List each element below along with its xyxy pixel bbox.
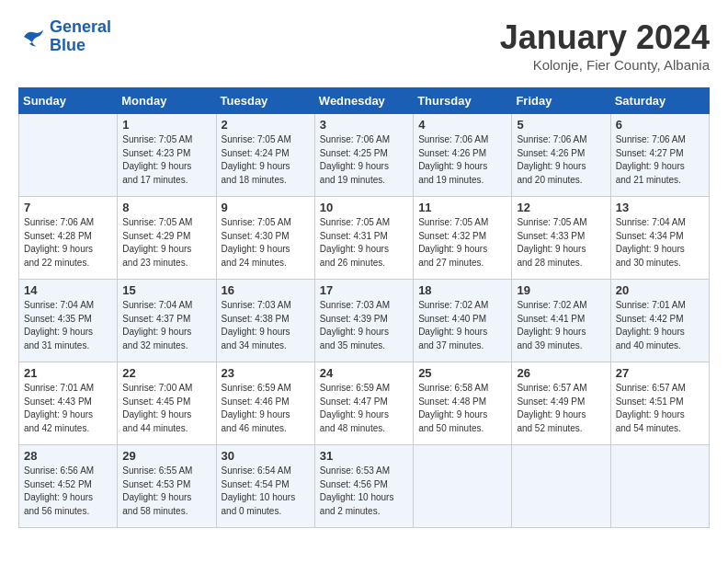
day-info: Sunrise: 7:06 AM Sunset: 4:25 PM Dayligh… — [320, 133, 408, 187]
day-number: 29 — [122, 449, 210, 463]
calendar-cell — [610, 445, 709, 528]
calendar-cell: 22Sunrise: 7:00 AM Sunset: 4:45 PM Dayli… — [118, 362, 216, 445]
page-subtitle: Kolonje, Fier County, Albania — [500, 57, 710, 73]
day-number: 1 — [122, 118, 210, 132]
calendar-cell — [19, 114, 118, 197]
day-info: Sunrise: 7:06 AM Sunset: 4:26 PM Dayligh… — [418, 133, 506, 187]
day-info: Sunrise: 6:59 AM Sunset: 4:47 PM Dayligh… — [320, 382, 408, 435]
day-number: 23 — [222, 366, 310, 380]
day-info: Sunrise: 6:56 AM Sunset: 4:52 PM Dayligh… — [24, 465, 112, 518]
calendar-cell: 29Sunrise: 6:55 AM Sunset: 4:53 PM Dayli… — [118, 445, 216, 528]
day-header-saturday: Saturday — [610, 88, 709, 114]
day-number: 27 — [616, 366, 704, 380]
days-header-row: SundayMondayTuesdayWednesdayThursdayFrid… — [19, 88, 710, 114]
day-info: Sunrise: 7:01 AM Sunset: 4:43 PM Dayligh… — [24, 382, 112, 435]
day-info: Sunrise: 7:04 AM Sunset: 4:37 PM Dayligh… — [122, 299, 210, 352]
calendar-cell: 7Sunrise: 7:06 AM Sunset: 4:28 PM Daylig… — [19, 197, 118, 280]
week-row-5: 28Sunrise: 6:56 AM Sunset: 4:52 PM Dayli… — [19, 445, 710, 528]
calendar-cell: 26Sunrise: 6:57 AM Sunset: 4:49 PM Dayli… — [512, 362, 610, 445]
day-number: 8 — [122, 201, 210, 214]
day-number: 11 — [418, 201, 506, 214]
day-info: Sunrise: 7:04 AM Sunset: 4:34 PM Dayligh… — [616, 216, 704, 270]
week-row-2: 7Sunrise: 7:06 AM Sunset: 4:28 PM Daylig… — [19, 197, 710, 280]
day-info: Sunrise: 7:05 AM Sunset: 4:30 PM Dayligh… — [222, 216, 310, 270]
day-number: 26 — [517, 366, 605, 380]
day-number: 7 — [24, 201, 112, 214]
day-info: Sunrise: 7:05 AM Sunset: 4:23 PM Dayligh… — [122, 133, 210, 187]
day-info: Sunrise: 7:05 AM Sunset: 4:24 PM Dayligh… — [222, 133, 310, 187]
day-info: Sunrise: 7:03 AM Sunset: 4:39 PM Dayligh… — [320, 299, 408, 352]
calendar-cell: 1Sunrise: 7:05 AM Sunset: 4:23 PM Daylig… — [118, 114, 216, 197]
day-number: 6 — [616, 118, 704, 132]
day-header-tuesday: Tuesday — [216, 88, 314, 114]
day-info: Sunrise: 7:01 AM Sunset: 4:42 PM Dayligh… — [616, 299, 704, 352]
day-number: 9 — [222, 201, 310, 214]
week-row-3: 14Sunrise: 7:04 AM Sunset: 4:35 PM Dayli… — [19, 280, 710, 362]
logo-blue: Blue — [50, 36, 85, 54]
day-number: 12 — [517, 201, 605, 214]
calendar-cell: 15Sunrise: 7:04 AM Sunset: 4:37 PM Dayli… — [118, 280, 216, 362]
day-header-wednesday: Wednesday — [314, 88, 413, 114]
calendar-cell: 14Sunrise: 7:04 AM Sunset: 4:35 PM Dayli… — [19, 280, 118, 362]
calendar-cell: 9Sunrise: 7:05 AM Sunset: 4:30 PM Daylig… — [216, 197, 314, 280]
day-number: 20 — [616, 283, 704, 297]
calendar-cell: 5Sunrise: 7:06 AM Sunset: 4:26 PM Daylig… — [512, 114, 610, 197]
day-number: 3 — [320, 118, 408, 132]
day-header-sunday: Sunday — [19, 88, 118, 114]
day-number: 10 — [320, 201, 408, 214]
day-info: Sunrise: 7:06 AM Sunset: 4:28 PM Dayligh… — [24, 216, 112, 270]
day-header-thursday: Thursday — [414, 88, 512, 114]
week-row-1: 1Sunrise: 7:05 AM Sunset: 4:23 PM Daylig… — [19, 114, 710, 197]
day-info: Sunrise: 7:05 AM Sunset: 4:31 PM Dayligh… — [320, 216, 408, 270]
calendar-table: SundayMondayTuesdayWednesdayThursdayFrid… — [18, 87, 710, 528]
day-info: Sunrise: 6:58 AM Sunset: 4:48 PM Dayligh… — [418, 382, 506, 435]
calendar-cell: 18Sunrise: 7:02 AM Sunset: 4:40 PM Dayli… — [414, 280, 512, 362]
day-info: Sunrise: 6:57 AM Sunset: 4:49 PM Dayligh… — [517, 382, 605, 435]
logo: General Blue — [18, 18, 111, 55]
day-info: Sunrise: 7:03 AM Sunset: 4:38 PM Dayligh… — [222, 299, 310, 352]
day-info: Sunrise: 6:54 AM Sunset: 4:54 PM Dayligh… — [222, 465, 310, 518]
day-number: 2 — [222, 118, 310, 132]
calendar-cell: 12Sunrise: 7:05 AM Sunset: 4:33 PM Dayli… — [512, 197, 610, 280]
day-number: 15 — [122, 283, 210, 297]
day-number: 31 — [320, 449, 408, 463]
day-info: Sunrise: 7:02 AM Sunset: 4:41 PM Dayligh… — [517, 299, 605, 352]
day-number: 4 — [418, 118, 506, 132]
calendar-cell: 19Sunrise: 7:02 AM Sunset: 4:41 PM Dayli… — [512, 280, 610, 362]
day-number: 14 — [24, 283, 112, 297]
calendar-cell — [512, 445, 610, 528]
calendar-cell: 13Sunrise: 7:04 AM Sunset: 4:34 PM Dayli… — [610, 197, 709, 280]
page-header: General Blue January 2024 Kolonje, Fier … — [18, 18, 710, 73]
day-info: Sunrise: 7:06 AM Sunset: 4:27 PM Dayligh… — [616, 133, 704, 187]
day-info: Sunrise: 7:00 AM Sunset: 4:45 PM Dayligh… — [122, 382, 210, 435]
calendar-cell: 16Sunrise: 7:03 AM Sunset: 4:38 PM Dayli… — [216, 280, 314, 362]
calendar-cell: 11Sunrise: 7:05 AM Sunset: 4:32 PM Dayli… — [414, 197, 512, 280]
calendar-cell: 6Sunrise: 7:06 AM Sunset: 4:27 PM Daylig… — [610, 114, 709, 197]
calendar-cell: 23Sunrise: 6:59 AM Sunset: 4:46 PM Dayli… — [216, 362, 314, 445]
day-number: 24 — [320, 366, 408, 380]
day-info: Sunrise: 7:04 AM Sunset: 4:35 PM Dayligh… — [24, 299, 112, 352]
calendar-cell: 27Sunrise: 6:57 AM Sunset: 4:51 PM Dayli… — [610, 362, 709, 445]
calendar-cell: 28Sunrise: 6:56 AM Sunset: 4:52 PM Dayli… — [19, 445, 118, 528]
day-number: 21 — [24, 366, 112, 380]
calendar-cell: 10Sunrise: 7:05 AM Sunset: 4:31 PM Dayli… — [314, 197, 413, 280]
day-number: 18 — [418, 283, 506, 297]
day-number: 28 — [24, 449, 112, 463]
day-number: 5 — [517, 118, 605, 132]
week-row-4: 21Sunrise: 7:01 AM Sunset: 4:43 PM Dayli… — [19, 362, 710, 445]
title-block: January 2024 Kolonje, Fier County, Alban… — [500, 18, 710, 73]
day-header-monday: Monday — [118, 88, 216, 114]
calendar-cell: 8Sunrise: 7:05 AM Sunset: 4:29 PM Daylig… — [118, 197, 216, 280]
calendar-cell: 20Sunrise: 7:01 AM Sunset: 4:42 PM Dayli… — [610, 280, 709, 362]
calendar-cell: 2Sunrise: 7:05 AM Sunset: 4:24 PM Daylig… — [216, 114, 314, 197]
day-info: Sunrise: 7:05 AM Sunset: 4:33 PM Dayligh… — [517, 216, 605, 270]
day-header-friday: Friday — [512, 88, 610, 114]
day-info: Sunrise: 6:53 AM Sunset: 4:56 PM Dayligh… — [320, 465, 408, 518]
day-info: Sunrise: 7:02 AM Sunset: 4:40 PM Dayligh… — [418, 299, 506, 352]
calendar-cell: 17Sunrise: 7:03 AM Sunset: 4:39 PM Dayli… — [314, 280, 413, 362]
calendar-cell: 4Sunrise: 7:06 AM Sunset: 4:26 PM Daylig… — [414, 114, 512, 197]
calendar-cell: 24Sunrise: 6:59 AM Sunset: 4:47 PM Dayli… — [314, 362, 413, 445]
day-number: 30 — [222, 449, 310, 463]
logo-general: General — [50, 17, 111, 36]
day-number: 25 — [418, 366, 506, 380]
